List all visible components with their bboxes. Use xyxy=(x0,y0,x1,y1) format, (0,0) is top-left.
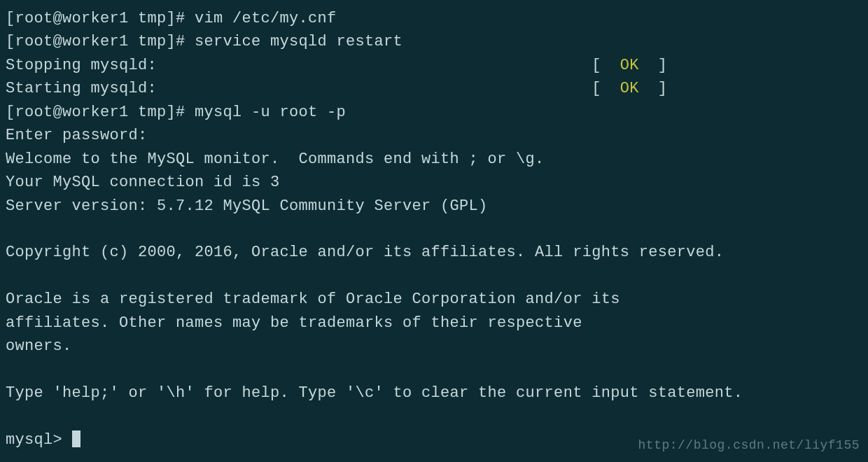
service-status-line: Stopping mysqld: [ OK ] xyxy=(6,54,862,77)
terminal-line: affiliates. Other names may be trademark… xyxy=(6,312,862,335)
bracket-close: ] xyxy=(639,57,668,74)
terminal-line: Copyright (c) 2000, 2016, Oracle and/or … xyxy=(6,241,862,264)
bracket-open: [ xyxy=(592,80,620,97)
terminal-line: Oracle is a registered trademark of Orac… xyxy=(6,288,862,311)
service-status-line: Starting mysqld: [ OK ] xyxy=(6,77,862,100)
terminal-line: [root@worker1 tmp]# vim /etc/my.cnf xyxy=(6,7,862,30)
terminal-line: Enter password: xyxy=(6,124,862,147)
empty-line xyxy=(6,358,862,382)
status-label: Stopping mysqld: xyxy=(6,54,157,77)
terminal-line: Server version: 5.7.12 MySQL Community S… xyxy=(6,195,862,218)
status-bracket: [ OK ] xyxy=(592,77,667,100)
status-gap xyxy=(157,54,592,77)
terminal-line: [root@worker1 tmp]# service mysqld resta… xyxy=(6,30,862,53)
mysql-prompt: mysql> xyxy=(6,431,72,449)
status-ok: OK xyxy=(620,80,639,97)
command-text: mysql -u root -p xyxy=(195,104,346,121)
status-ok: OK xyxy=(620,57,639,74)
cursor xyxy=(72,430,80,447)
empty-line xyxy=(6,405,862,428)
command-text: vim /etc/my.cnf xyxy=(195,10,337,27)
status-label: Starting mysqld: xyxy=(6,77,157,100)
bracket-open: [ xyxy=(592,57,620,74)
bracket-close: ] xyxy=(639,80,668,97)
shell-prompt: [root@worker1 tmp]# xyxy=(6,33,195,50)
terminal-line: Your MySQL connection id is 3 xyxy=(6,171,862,194)
empty-line xyxy=(6,265,862,288)
status-bracket: [ OK ] xyxy=(592,54,667,77)
terminal-line: Type 'help;' or '\h' for help. Type '\c'… xyxy=(6,382,862,405)
terminal-line: Welcome to the MySQL monitor. Commands e… xyxy=(6,148,862,171)
terminal-line: owners. xyxy=(6,335,862,358)
command-text: service mysqld restart xyxy=(195,33,402,50)
terminal-line: [root@worker1 tmp]# mysql -u root -p xyxy=(6,101,862,124)
watermark-text: http://blog.csdn.net/liyf155 xyxy=(638,436,860,455)
shell-prompt: [root@worker1 tmp]# xyxy=(6,104,195,121)
shell-prompt: [root@worker1 tmp]# xyxy=(6,10,195,27)
status-gap xyxy=(157,77,592,100)
empty-line xyxy=(6,218,862,241)
